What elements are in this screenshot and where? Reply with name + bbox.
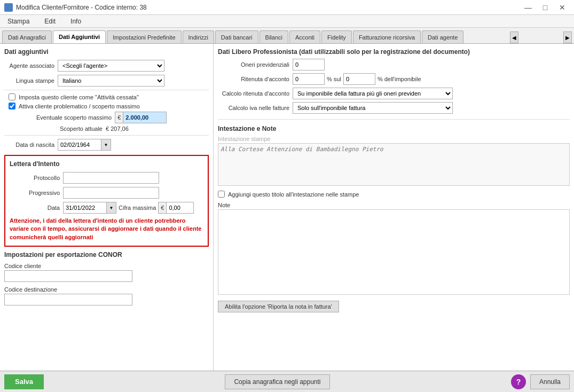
help-button[interactable]: ?: [511, 374, 526, 389]
progressivo-input[interactable]: [63, 187, 159, 199]
conor-section: Impostazioni per esportazione CONOR Codi…: [4, 251, 209, 305]
scoperto-attuale-value: € 207,06: [106, 126, 129, 132]
ritenuta-row: Ritenuta d'acconto % sul % dell'imponibi…: [218, 73, 570, 85]
tab-nav-right[interactable]: ▶: [563, 32, 572, 43]
app-icon: [4, 3, 13, 12]
data-nascita-wrap: ▼: [58, 139, 111, 151]
calcolo-iva-row: Calcolo iva nelle fatture Solo sull'impo…: [218, 102, 570, 114]
window-controls: — □ ✕: [521, 2, 570, 13]
progressivo-row: Progressivo: [10, 187, 203, 199]
data-nascita-input[interactable]: [58, 139, 101, 150]
codice-destinazione-input[interactable]: [4, 294, 132, 305]
data-nascita-row: Data di nascita ▼: [4, 139, 209, 151]
tab-dati-bancari[interactable]: Dati bancari: [215, 30, 258, 43]
note-textarea[interactable]: [218, 209, 570, 295]
note-label: Note: [218, 202, 570, 208]
euro-prefix-1: €: [115, 112, 123, 123]
oneri-row: Oneri previdenziali: [218, 59, 570, 70]
ritenuta-input[interactable]: [293, 73, 325, 85]
intestazione-section: Intestazione e Note Intestazione stampe …: [218, 125, 570, 312]
percent-sul-label: % sul: [325, 76, 343, 82]
protocollo-label: Protocollo: [10, 175, 63, 181]
tab-bar: Dati Anagrafici Dati Aggiuntivi Impostaz…: [0, 28, 574, 44]
tab-acconti[interactable]: Acconti: [289, 30, 320, 43]
cifra-massima-label: Cifra massima: [116, 205, 158, 211]
progressivo-label: Progressivo: [10, 190, 63, 196]
tab-dati-aggiuntivi[interactable]: Dati Aggiuntivi: [53, 30, 106, 43]
cifra-massima-wrap: €: [158, 202, 194, 214]
eventuale-input[interactable]: [123, 112, 166, 123]
salva-button[interactable]: Salva: [4, 374, 44, 389]
annulla-button[interactable]: Annulla: [530, 374, 570, 389]
attivita-cessata-row: Imposta questo cliente come "Attività ce…: [4, 93, 209, 100]
eventuale-input-wrap: €: [115, 112, 167, 123]
tab-dati-anagrafici[interactable]: Dati Anagrafici: [2, 30, 52, 43]
intestazione-title: Intestazione e Note: [218, 125, 570, 132]
codice-cliente-label: Codice cliente: [4, 263, 209, 269]
lingua-row: Lingua stampe Italiano: [4, 75, 209, 87]
tab-nav-left[interactable]: ◀: [510, 32, 518, 43]
lingua-label: Lingua stampe: [4, 77, 58, 84]
lettera-data-dropdown[interactable]: ▼: [106, 202, 116, 213]
right-panel: Dati Libero Professionista (dati utilizz…: [214, 44, 574, 371]
agente-row: Agente associato <Scegli l'agente>: [4, 60, 209, 72]
calcolo-iva-select[interactable]: Solo sull'imponibile fattura: [293, 102, 453, 114]
oneri-input[interactable]: [293, 59, 325, 70]
data-label: Data: [10, 205, 63, 211]
oneri-label: Oneri previdenziali: [218, 61, 293, 68]
calcolo-ritenuta-select[interactable]: Su imponibile della fattura più gli oner…: [293, 88, 453, 99]
conor-title: Impostazioni per esportazione CONOR: [4, 251, 209, 258]
agente-label: Agente associato: [4, 62, 58, 69]
data-nascita-dropdown[interactable]: ▼: [101, 139, 111, 150]
copia-button[interactable]: Copia anagrafica negli appunti: [225, 374, 329, 389]
data-cifra-row: Data ▼ Cifra massima €: [10, 202, 203, 214]
tab-impostazioni-predefinite[interactable]: Impostazioni Predefinite: [107, 30, 181, 43]
tab-fatturazione-ricorsiva[interactable]: Fatturazione ricorsiva: [353, 30, 421, 43]
data-nascita-label: Data di nascita: [4, 142, 58, 148]
cliente-problematico-label: Attiva cliente problematico / scoperto m…: [19, 103, 140, 109]
cliente-problematico-row: Attiva cliente problematico / scoperto m…: [4, 103, 209, 109]
menu-stampa[interactable]: Stampa: [4, 17, 33, 26]
dell-imponibile-label: % dell'imponibile: [375, 76, 423, 82]
cifra-massima-input[interactable]: [167, 202, 193, 213]
percentuale-sul-input[interactable]: [343, 73, 375, 85]
abilita-button[interactable]: Abilita l'opzione 'Riporta la nota in fa…: [218, 301, 339, 312]
calcolo-ritenuta-row: Calcolo ritenuta d'acconto Su imponibile…: [218, 88, 570, 99]
eventuale-label: Eventuale scoperto massimo: [36, 114, 115, 121]
codice-destinazione-group: Codice destinazione: [4, 286, 209, 305]
calcolo-iva-label: Calcolo iva nelle fatture: [218, 105, 293, 111]
menu-bar: Stampa Edit Info: [0, 15, 574, 28]
intestazione-stampe-label: Intestazione stampe: [218, 136, 570, 142]
ritenuta-label: Ritenuta d'acconto: [218, 76, 293, 82]
maximize-button[interactable]: □: [538, 2, 553, 13]
window-title: Modifica Cliente/Fornitore - Codice inte…: [16, 4, 147, 11]
agente-select[interactable]: <Scegli l'agente>: [58, 60, 164, 72]
protocollo-row: Protocollo: [10, 172, 203, 184]
euro-prefix-cifra: €: [159, 202, 167, 213]
lettera-warning: Attenzione, i dati della lettera d'inten…: [10, 217, 203, 241]
aggiungi-titolo-label: Aggiungi questo titolo all'intestazione …: [228, 191, 359, 198]
close-button[interactable]: ✕: [555, 2, 570, 13]
libero-prof-title: Dati Libero Professionista (dati utilizz…: [218, 48, 570, 56]
aggiungi-titolo-checkbox[interactable]: [218, 191, 225, 198]
attivita-cessata-checkbox[interactable]: [9, 93, 15, 100]
tab-indirizzi[interactable]: Indirizzi: [183, 30, 214, 43]
menu-edit[interactable]: Edit: [41, 17, 59, 26]
menu-info[interactable]: Info: [67, 17, 84, 26]
codice-cliente-input[interactable]: [4, 270, 132, 282]
calcolo-ritenuta-label: Calcolo ritenuta d'acconto: [218, 90, 293, 97]
tab-fidelity[interactable]: Fidelity: [321, 30, 352, 43]
dati-aggiuntivi-title: Dati aggiuntivi: [4, 48, 209, 56]
bottom-bar: Salva Copia anagrafica negli appunti ? A…: [0, 371, 574, 392]
intestazione-textarea[interactable]: [218, 143, 570, 186]
lettera-title: Lettera d'Intento: [10, 160, 203, 168]
lingua-select[interactable]: Italiano: [58, 75, 164, 87]
scoperto-attuale-label: Scoperto attuale: [36, 126, 106, 132]
codice-cliente-group: Codice cliente: [4, 263, 209, 282]
minimize-button[interactable]: —: [521, 2, 536, 13]
tab-dati-agente[interactable]: Dati agente: [422, 30, 463, 43]
tab-bilanci[interactable]: Bilanci: [260, 30, 288, 43]
lettera-data-input[interactable]: [64, 202, 106, 213]
cliente-problematico-checkbox[interactable]: [9, 103, 15, 109]
protocollo-input[interactable]: [63, 172, 159, 184]
